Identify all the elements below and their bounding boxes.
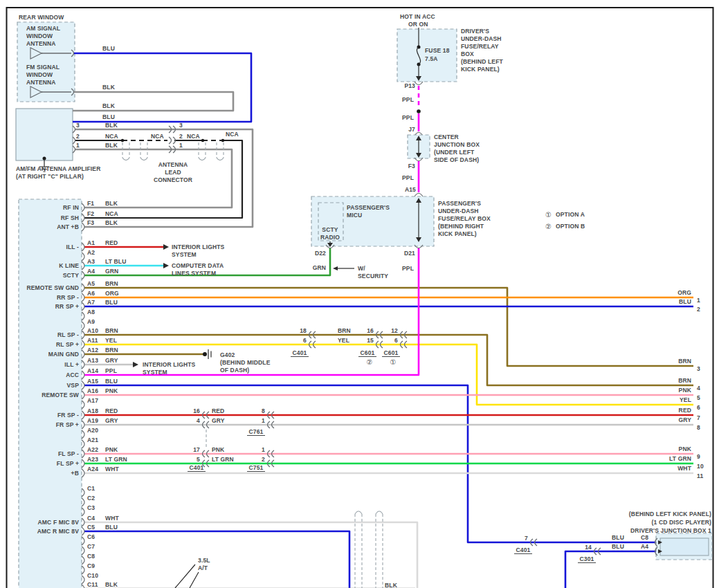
option-1-icon: ①: [545, 211, 552, 219]
system-callout: LINES SYSTEM: [172, 270, 216, 277]
pin-id: A23: [87, 456, 98, 463]
connector-arc: [415, 82, 423, 85]
wire-color-label: WHT: [105, 466, 119, 472]
connector-id: A15: [405, 186, 416, 193]
wire-color-label: NCA: [151, 133, 164, 140]
pin-id: A4: [87, 268, 95, 275]
connector-pin-number: 12: [391, 327, 398, 334]
pin-name: RF SH: [61, 214, 79, 221]
amp-pin-number: 1: [76, 142, 80, 149]
row-number: 8: [697, 424, 700, 431]
connector-pin-number: 5: [197, 456, 200, 463]
pin-name: AMC R MIC 8V: [37, 528, 80, 535]
pin-id: A3: [87, 258, 95, 265]
ground-location: OF DASH): [220, 367, 249, 374]
wire-color-label: PPL: [402, 174, 414, 181]
connector-id: D21: [404, 250, 415, 257]
c751-connector-arcs: [268, 450, 275, 467]
junction-box-label: JUNCTION BOX: [434, 141, 480, 148]
c601-2-connector-arcs: [376, 331, 383, 348]
junction-box-label: (UNDER LEFT: [434, 149, 475, 156]
pin-id: A1: [87, 239, 95, 246]
connector-pin-number: 1: [179, 142, 183, 149]
w-security-label: W/: [358, 265, 365, 272]
junction-box-inner: [660, 538, 709, 555]
junction-box-label: (BEHIND LEFT KICK PANEL): [629, 511, 711, 517]
pin-name: FR SP -: [57, 412, 79, 419]
lead-connector-label: ANTENNA: [158, 161, 188, 168]
scty-radio-label: RADIO: [320, 234, 340, 241]
c601-1-connector-arcs: [401, 331, 408, 348]
amplifier-label: AM/FM ANTENNA AMPLIFIER: [16, 165, 100, 172]
pin-id: A9: [87, 318, 95, 325]
wire-color-label: PPL: [105, 367, 117, 374]
wire-color-label: GRN: [105, 268, 118, 275]
engine-variant-label: 3.5L: [198, 557, 210, 564]
wire-color-label: LT BLU: [105, 258, 126, 265]
connector-pin-number: 14: [585, 544, 592, 551]
wire-color-label: PNK: [679, 445, 692, 452]
passenger-box-label: PASSENGER'S: [438, 200, 481, 207]
engine-variant-label: A/T: [198, 564, 208, 571]
row-number: 6: [697, 404, 700, 411]
pin-id: C10: [87, 572, 98, 579]
amplifier-label: (AT RIGHT "C" PILLAR): [16, 173, 84, 180]
pin-id: F1: [87, 200, 94, 207]
junction-box-label: SIDE OF DASH): [434, 156, 479, 163]
pin-id: C8: [87, 553, 95, 560]
pin-id: A16: [87, 387, 98, 394]
splice-dot: [201, 139, 204, 142]
wire-color-label: BLK: [105, 142, 118, 149]
amp-pin-number: 2: [76, 133, 80, 140]
pin-id: C2: [87, 495, 95, 502]
pin-id: A24: [87, 466, 98, 472]
wire-color-label: BLK: [102, 84, 116, 91]
wire-color-label: LT GRN: [669, 455, 691, 462]
pin-id: A15: [87, 378, 98, 385]
wire-color-label: GRY: [105, 357, 118, 364]
wire-color-label: PPL: [402, 265, 414, 272]
junction-box-label: CENTER: [434, 134, 459, 140]
pin-name: MAIN GND: [48, 351, 79, 358]
ground-icon: [208, 349, 211, 359]
wire-color-label: BRN: [678, 377, 691, 384]
wire-color-label: LT GRN: [212, 456, 234, 463]
pin-name: RL SP +: [56, 341, 79, 348]
connector-id: F3: [408, 163, 415, 169]
passenger-box-label: FUSE/RELAY BOX: [438, 215, 491, 222]
connector-pin-number: 3: [179, 122, 183, 129]
wire-color-label: BLU: [102, 45, 115, 52]
pin-id: A5: [87, 280, 95, 287]
connector-id: C301: [580, 555, 594, 562]
connector-pin-number: 6: [303, 337, 307, 344]
wire-color-label: ORG: [105, 290, 119, 297]
row-number: 7: [697, 414, 700, 421]
amp-pin-number: 3: [76, 122, 80, 129]
connector-pin-number: 2: [262, 456, 265, 463]
splice-dot: [417, 109, 421, 113]
pin-name: VSP: [67, 382, 80, 389]
c761-connector-arcs: [268, 412, 275, 428]
pin-name: ILL +: [64, 361, 79, 368]
pin-row: C11BLK: [82, 581, 118, 588]
pin-name: RR SP +: [55, 303, 79, 310]
c401-connector-arcs: [309, 331, 316, 348]
wire-color-label: BLK: [105, 581, 118, 588]
wire-color-label: GRY: [212, 417, 225, 424]
pin-id: A20: [87, 427, 98, 434]
pin-name: RL SP -: [57, 331, 79, 338]
option-1-icon: ①: [390, 358, 396, 366]
pin-id: A13: [87, 357, 98, 364]
splice-dot: [121, 139, 124, 142]
pin-id: C11: [87, 581, 98, 588]
pin-id: C6: [87, 533, 95, 540]
c401-connector-arcs: [203, 412, 210, 428]
power-section: HOT IN ACC OR ON FUSE 18 7.5A DRIVER'S U…: [397, 13, 503, 196]
connector-id: C751: [249, 464, 264, 471]
pin-name: RF IN: [63, 204, 79, 211]
connector-pin-number: 17: [193, 446, 200, 453]
row-number: 9: [697, 453, 700, 460]
pin-name: REMOTE SW: [42, 392, 80, 398]
scty-radio-label: SCTY: [322, 226, 338, 233]
pin-id: A12: [87, 347, 98, 353]
